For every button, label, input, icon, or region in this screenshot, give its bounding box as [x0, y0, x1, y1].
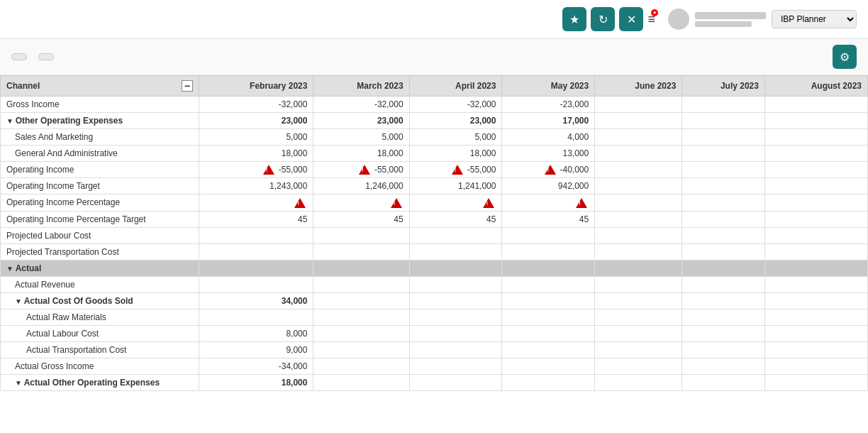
- row-value-cell: [595, 162, 682, 178]
- menu-button[interactable]: ≡ ★: [647, 12, 655, 27]
- row-label: Projected Transportation Cost: [1, 243, 199, 260]
- filter-settings-button[interactable]: ⚙: [833, 45, 857, 69]
- header-actions: ★ ↻ ✕ ≡ ★ IBP Planner: [562, 7, 857, 31]
- collapse-icon[interactable]: ▼: [6, 117, 16, 125]
- row-value-cell: [595, 146, 682, 162]
- row-label: ▼ Other Operating Expenses: [1, 113, 199, 129]
- channel-label: Channel: [6, 81, 40, 91]
- table-row: Gross Income-32,000-32,000-32,000-23,000: [1, 97, 868, 113]
- row-value-cell: [682, 243, 765, 260]
- row-value-cell: [764, 162, 867, 178]
- row-value-cell: [502, 227, 595, 243]
- table-row: Operating Income-55,000-55,000-55,000-40…: [1, 162, 868, 178]
- row-value-cell: 23,000: [313, 113, 409, 129]
- row-value-cell: 5,000: [313, 129, 409, 146]
- collapse-all-button[interactable]: −: [182, 80, 193, 92]
- row-value-cell: [682, 309, 765, 325]
- row-value-cell: [682, 227, 765, 243]
- row-value-cell: 17,000: [502, 113, 595, 129]
- table-container: Channel − February 2023 March 2023 April…: [0, 75, 868, 391]
- table-row: Actual Transportation Cost9,000: [1, 341, 868, 358]
- row-label: Actual Revenue: [1, 276, 199, 292]
- row-value-cell: [682, 162, 765, 178]
- row-value-cell: [764, 325, 867, 341]
- warning-icon: [452, 165, 463, 175]
- row-value-cell: 8,000: [199, 325, 313, 341]
- row-value-cell: [682, 260, 765, 276]
- table-row: Operating Income Percentage: [1, 194, 868, 212]
- row-value-cell: 23,000: [199, 113, 313, 129]
- row-value-cell: [764, 243, 867, 260]
- table-row: Actual Raw Materials: [1, 309, 868, 325]
- refresh-icon: ↻: [599, 13, 608, 26]
- row-value-cell: [682, 129, 765, 146]
- row-value-cell: 5,000: [409, 129, 502, 146]
- row-value-cell: 18,000: [199, 146, 313, 162]
- table-row: ▼ Other Operating Expenses23,00023,00023…: [1, 113, 868, 129]
- row-label: Operating Income Percentage Target: [1, 211, 199, 227]
- row-value-cell: [682, 211, 765, 227]
- user-name: [695, 12, 766, 19]
- row-label: Sales And Marketing: [1, 129, 199, 146]
- collapse-icon[interactable]: ▼: [15, 379, 24, 387]
- row-label: ▼ Actual Cost Of Goods Sold: [1, 292, 199, 309]
- row-value-cell: -23,000: [502, 97, 595, 113]
- row-value-cell: [502, 243, 595, 260]
- row-value-cell: [502, 341, 595, 358]
- row-value-cell: [199, 243, 313, 260]
- row-value-cell: [595, 227, 682, 243]
- row-value-cell: [682, 358, 765, 374]
- table-row: Actual Labour Cost8,000: [1, 325, 868, 341]
- table-row: ▼ Actual Other Operating Expenses18,000: [1, 374, 868, 390]
- row-value-cell: -55,000: [409, 162, 502, 178]
- row-value-cell: [409, 276, 502, 292]
- close-button[interactable]: ✕: [619, 7, 643, 31]
- row-value-cell: 34,000: [199, 292, 313, 309]
- row-value-cell: [764, 309, 867, 325]
- row-value-cell: [595, 276, 682, 292]
- row-value-cell: [409, 227, 502, 243]
- col-jun-header: June 2023: [595, 76, 682, 97]
- cell-value: -55,000: [279, 165, 308, 175]
- warning-icon: [359, 165, 370, 175]
- col-channel-header: Channel −: [1, 76, 199, 97]
- collapse-icon[interactable]: ▼: [15, 297, 24, 305]
- row-label: ▼ Actual: [1, 260, 199, 276]
- row-label: Actual Raw Materials: [1, 309, 199, 325]
- date-filter: [38, 53, 54, 60]
- row-value-cell: [313, 227, 409, 243]
- row-value-cell: [595, 358, 682, 374]
- warning-icon: [545, 165, 556, 175]
- table-row: Operating Income Target1,243,0001,246,00…: [1, 178, 868, 194]
- row-value-cell: [409, 292, 502, 309]
- planner-dropdown[interactable]: IBP Planner: [772, 10, 857, 28]
- row-value-cell: [409, 194, 502, 212]
- row-value-cell: [199, 194, 313, 212]
- row-value-cell: [313, 260, 409, 276]
- row-value-cell: -34,000: [199, 358, 313, 374]
- star-button[interactable]: ★: [562, 7, 586, 31]
- row-label: Operating Income Percentage: [1, 194, 199, 212]
- row-value-cell: [502, 325, 595, 341]
- row-value-cell: [682, 97, 765, 113]
- menu-badge: ★: [651, 9, 658, 16]
- row-value-cell: [595, 325, 682, 341]
- row-value-cell: [313, 292, 409, 309]
- row-value-cell: [409, 309, 502, 325]
- row-value-cell: [199, 260, 313, 276]
- col-apr-header: April 2023: [409, 76, 502, 97]
- collapse-icon[interactable]: ▼: [6, 265, 16, 273]
- row-value-cell: [764, 341, 867, 358]
- row-value-cell: -55,000: [199, 162, 313, 178]
- filter-bar: ⚙: [0, 39, 868, 75]
- row-value-cell: [313, 194, 409, 212]
- row-value-cell: [595, 129, 682, 146]
- row-value-cell: [764, 260, 867, 276]
- row-value-cell: [764, 146, 867, 162]
- row-value-cell: [313, 374, 409, 390]
- refresh-button[interactable]: ↻: [591, 7, 615, 31]
- warning-icon: [294, 198, 306, 208]
- row-value-cell: [682, 374, 765, 390]
- table-row: Sales And Marketing5,0005,0005,0004,000: [1, 129, 868, 146]
- row-value-cell: 1,243,000: [199, 178, 313, 194]
